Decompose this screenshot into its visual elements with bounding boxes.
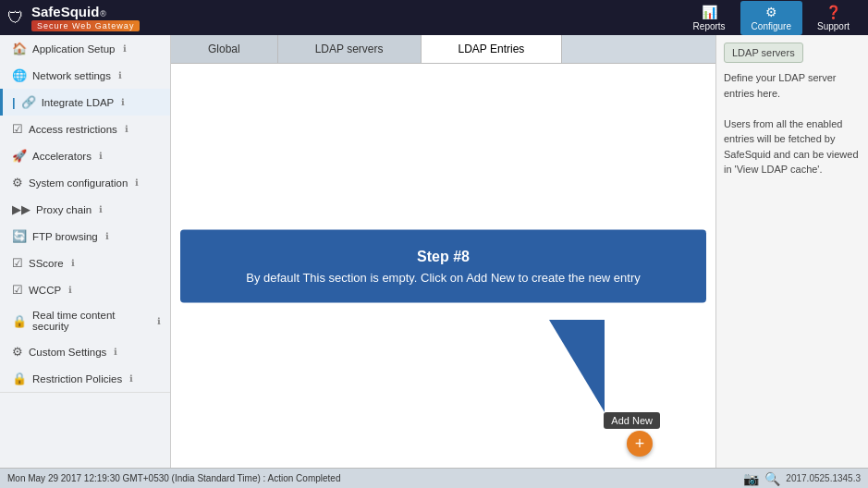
active-indicator-icon: | xyxy=(12,95,16,109)
sidebar-item-label: Accelerators xyxy=(32,151,92,162)
sidebar-item-wccp[interactable]: ☑ WCCP ℹ xyxy=(0,276,170,303)
tab-ldap-servers[interactable]: LDAP servers xyxy=(278,35,422,63)
sidebar-item-label: Access restrictions xyxy=(29,124,117,135)
logo-area: 🛡 SafeSquid ® Secure Web Gateway xyxy=(7,4,682,31)
sidebar-item-label: System configuration xyxy=(29,177,128,189)
main-layout: 🏠 Application Setup ℹ 🌐 Network settings… xyxy=(0,35,868,468)
pointer-triangle xyxy=(549,320,605,412)
sidebar-item-network-settings[interactable]: 🌐 Network settings ℹ xyxy=(0,62,170,89)
sidebar-item-proxy-chain[interactable]: ▶▶ Proxy chain ℹ xyxy=(0,196,170,223)
tabs: Global LDAP servers LDAP Entries xyxy=(171,35,715,64)
info-icon-6: ℹ xyxy=(99,204,103,214)
accelerators-icon: 🚀 xyxy=(12,149,27,163)
sidebar-item-restriction-policies[interactable]: 🔒 Restriction Policies ℹ xyxy=(0,365,170,392)
statusbar: Mon May 29 2017 12:19:30 GMT+0530 (India… xyxy=(0,468,868,488)
ftp-icon: 🔄 xyxy=(12,229,27,243)
header-nav: 📊 Reports ⚙ Configure ❓ Support xyxy=(682,1,861,35)
sidebar-item-label: Network settings xyxy=(32,70,111,81)
info-icon-0: ℹ xyxy=(123,43,127,54)
wccp-icon: ☑ xyxy=(12,283,23,297)
step-description: By default This section is empty. Click … xyxy=(208,270,679,284)
sidebar-item-label: SScore xyxy=(29,258,64,269)
sidebar-item-label: FTP browsing xyxy=(32,231,98,242)
reports-button[interactable]: 📊 Reports xyxy=(682,1,737,35)
statusbar-right: 📷 🔍 2017.0525.1345.3 xyxy=(743,471,861,486)
custom-icon: ⚙ xyxy=(12,345,23,359)
logo-icon: 🛡 xyxy=(7,8,24,28)
add-new-button[interactable]: + xyxy=(627,431,653,457)
sidebar-item-label: Application Setup xyxy=(32,43,116,55)
search-icon[interactable]: 🔍 xyxy=(764,471,780,486)
sidebar-item-label: Custom Settings xyxy=(29,347,106,358)
configure-label: Configure xyxy=(752,21,791,31)
sidebar-item-label: Integrate LDAP xyxy=(42,97,115,108)
sidebar-item-label: WCCP xyxy=(29,285,61,296)
info-icon-3: ℹ xyxy=(125,124,128,134)
access-icon: ☑ xyxy=(12,122,23,136)
realtime-icon: 🔒 xyxy=(12,314,27,328)
content-body: Step #8 By default This section is empty… xyxy=(171,64,715,468)
info-icon-10: ℹ xyxy=(157,316,161,326)
sidebar-item-custom-settings[interactable]: ⚙ Custom Settings ℹ xyxy=(0,338,170,365)
info-icon-8: ℹ xyxy=(71,258,75,268)
info-icon-12: ℹ xyxy=(129,373,133,384)
info-icon-5: ℹ xyxy=(135,177,139,188)
restriction-icon: 🔒 xyxy=(12,372,27,385)
support-label: Support xyxy=(817,21,850,31)
right-panel-text: Define your LDAP server entries here. Us… xyxy=(724,70,861,177)
sidebar-item-realtime-content[interactable]: 🔒 Real time content security ℹ xyxy=(0,303,170,338)
logo-name: SafeSquid xyxy=(31,4,99,19)
header: 🛡 SafeSquid ® Secure Web Gateway 📊 Repor… xyxy=(0,0,868,35)
proxy-icon: ▶▶ xyxy=(12,202,31,216)
step-callout: Step #8 By default This section is empty… xyxy=(180,229,706,302)
sidebar-section: 🏠 Application Setup ℹ 🌐 Network settings… xyxy=(0,35,170,393)
logo-tagline: Secure Web Gateway xyxy=(31,20,140,31)
step-title: Step #8 xyxy=(208,248,679,264)
version-text: 2017.0525.1345.3 xyxy=(786,473,861,483)
add-new-icon: + xyxy=(635,434,645,454)
reports-icon: 📊 xyxy=(702,5,717,19)
sidebar-item-access-restrictions[interactable]: ☑ Access restrictions ℹ xyxy=(0,116,170,142)
app-setup-icon: 🏠 xyxy=(12,42,27,55)
sidebar-item-integrate-ldap[interactable]: | 🔗 Integrate LDAP ℹ xyxy=(0,89,170,116)
sidebar: 🏠 Application Setup ℹ 🌐 Network settings… xyxy=(0,35,171,468)
sidebar-item-app-setup[interactable]: 🏠 Application Setup ℹ xyxy=(0,35,170,62)
support-icon: ❓ xyxy=(825,5,841,19)
right-panel: LDAP servers Define your LDAP server ent… xyxy=(715,35,868,468)
add-new-tooltip: Add New xyxy=(604,412,660,429)
screenshot-icon[interactable]: 📷 xyxy=(743,471,759,486)
ldap-icon: 🔗 xyxy=(21,95,36,109)
configure-icon: ⚙ xyxy=(765,5,777,19)
info-icon-4: ℹ xyxy=(99,151,103,161)
sidebar-item-ftp-browsing[interactable]: 🔄 FTP browsing ℹ xyxy=(0,223,170,250)
info-icon-1: ℹ xyxy=(118,70,122,80)
sidebar-item-label: Restriction Policies xyxy=(32,373,122,384)
sscore-icon: ☑ xyxy=(12,256,23,270)
sidebar-item-system-configuration[interactable]: ⚙ System configuration ℹ xyxy=(0,169,170,196)
configure-button[interactable]: ⚙ Configure xyxy=(740,1,802,35)
info-icon-9: ℹ xyxy=(68,285,72,295)
content-area: Global LDAP servers LDAP Entries Step #8… xyxy=(171,35,715,468)
sidebar-item-label: Real time content security xyxy=(32,310,150,332)
support-button[interactable]: ❓ Support xyxy=(806,1,861,35)
tab-global[interactable]: Global xyxy=(171,35,278,63)
sidebar-item-accelerators[interactable]: 🚀 Accelerators ℹ xyxy=(0,142,170,169)
logo-sub: SafeSquid ® Secure Web Gateway xyxy=(31,4,140,31)
tab-ldap-entries[interactable]: LDAP Entries xyxy=(422,35,563,63)
right-panel-title: LDAP servers xyxy=(724,43,803,63)
info-icon-2: ℹ xyxy=(121,97,125,107)
reports-label: Reports xyxy=(693,21,726,31)
status-text: Mon May 29 2017 12:19:30 GMT+0530 (India… xyxy=(7,473,340,483)
system-config-icon: ⚙ xyxy=(12,176,23,189)
info-icon-7: ℹ xyxy=(105,231,109,241)
info-icon-11: ℹ xyxy=(114,347,117,357)
sidebar-item-label: Proxy chain xyxy=(36,204,92,215)
sidebar-item-sscore[interactable]: ☑ SScore ℹ xyxy=(0,250,170,276)
network-icon: 🌐 xyxy=(12,68,27,82)
logo-registered: ® xyxy=(100,9,106,18)
